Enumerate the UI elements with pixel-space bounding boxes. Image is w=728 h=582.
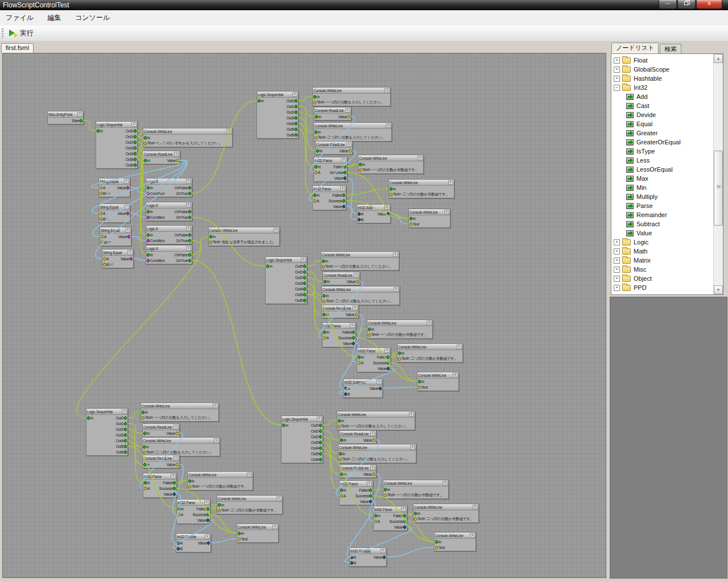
node-pin[interactable] (129, 256, 133, 260)
node-pin[interactable] (294, 127, 298, 131)
node-pin[interactable] (146, 252, 150, 256)
node-menu-button[interactable]: ▼ (442, 481, 448, 485)
graph-node-add[interactable]: Int32.Add▼AValueB (357, 204, 391, 223)
node-pin[interactable] (143, 135, 147, 139)
node-pin[interactable] (146, 191, 150, 195)
node-menu-button[interactable]: ▼ (367, 481, 372, 486)
graph-node-rl_m1[interactable]: Console.ReadLine▼InValue (339, 430, 377, 444)
node-pin[interactable] (175, 462, 179, 466)
scroll-thumb[interactable] (714, 151, 723, 226)
node-pin[interactable] (133, 128, 137, 132)
tree-expander-icon[interactable]: + (614, 285, 620, 291)
restore-button[interactable] (677, 0, 696, 9)
node-menu-button[interactable]: ▼ (346, 142, 351, 147)
tree-item-subtract[interactable]: Subtract (613, 219, 713, 228)
node-menu-button[interactable]: ▼ (171, 474, 176, 479)
node-pin[interactable] (318, 429, 322, 433)
graph-canvas[interactable]: Misc.EntryPoint▼StartLogic.Sequential▼In… (2, 53, 606, 578)
tree-item-add[interactable]: Add (613, 92, 713, 101)
tree-expander-icon[interactable]: + (614, 257, 620, 264)
tree-item-lessorequal[interactable]: LessOrEqual (613, 165, 713, 174)
node-pin[interactable] (314, 135, 318, 139)
node-pin[interactable] (217, 502, 221, 506)
node-pin[interactable] (321, 264, 325, 268)
node-pin[interactable] (99, 191, 103, 195)
node-menu-button[interactable]: ▼ (127, 250, 133, 255)
node-pin[interactable] (294, 110, 298, 114)
node-menu-button[interactable]: ▼ (353, 306, 358, 310)
node-pin[interactable] (303, 281, 307, 285)
graph-node-wl_d1[interactable]: Console.WriteLine▼InText= 一つ目の引数を入力してくださ… (140, 402, 219, 422)
tree-item-parse[interactable]: Parse (613, 201, 713, 210)
run-button[interactable]: 実行 (7, 27, 35, 39)
node-menu-button[interactable]: ▼ (341, 158, 346, 163)
node-pin[interactable] (146, 258, 150, 262)
title-bar[interactable]: FlowScriptControlTest — X (0, 0, 728, 10)
tree-expander-icon[interactable]: + (614, 276, 620, 282)
node-pin[interactable] (318, 446, 322, 450)
node-pin[interactable] (382, 555, 386, 559)
node-pin[interactable] (100, 240, 104, 244)
node-pin[interactable] (322, 293, 326, 297)
node-pin[interactable] (172, 492, 176, 496)
graph-node-wl_invalid[interactable]: Console.WriteLine▼InText= 無効な演算子が指定されました… (208, 227, 280, 246)
tree-item-ppd[interactable]: +PPD (613, 283, 713, 292)
graph-node-wl_mr[interactable]: Console.WriteLine▼InText (434, 532, 476, 551)
node-pin[interactable] (318, 423, 322, 427)
node-pin[interactable] (372, 438, 376, 442)
node-pin[interactable] (344, 392, 348, 396)
node-pin[interactable] (367, 327, 371, 331)
node-pin[interactable] (79, 118, 83, 122)
node-menu-button[interactable]: ▼ (453, 373, 458, 377)
node-menu-button[interactable]: ▼ (380, 548, 386, 553)
node-pin[interactable] (386, 366, 390, 370)
graph-node-wl_d2[interactable]: Console.WriteLine▼InText= 二つ目の引数を入力してくださ… (142, 437, 220, 456)
node-pin[interactable] (102, 256, 106, 260)
tree-item-min[interactable]: Min (613, 183, 713, 192)
node-menu-button[interactable]: ▼ (204, 500, 209, 505)
tree-expander-icon[interactable]: + (614, 76, 620, 82)
node-menu-button[interactable]: ▼ (427, 321, 432, 325)
node-menu-button[interactable]: ▼ (131, 122, 136, 127)
node-menu-button[interactable]: ▼ (186, 226, 191, 231)
graph-node-parse_m1[interactable]: Int32.Parse▼InFailedASuccessValue (339, 480, 373, 505)
node-pin[interactable] (188, 252, 192, 256)
node-pin[interactable] (99, 211, 103, 215)
tree-item-greater[interactable]: Greater (613, 128, 713, 138)
node-pin[interactable] (143, 431, 147, 435)
node-menu-button[interactable]: ▼ (377, 380, 382, 384)
graph-node-rl_m2[interactable]: Console.ReadLine▼InValue (339, 464, 377, 478)
node-menu-button[interactable]: ▼ (370, 465, 375, 470)
node-pin[interactable] (176, 158, 180, 162)
graph-node-rl_d2[interactable]: Console.ReadLine▼InValue (142, 455, 180, 468)
node-menu-button[interactable]: ▼ (409, 412, 414, 417)
tree-item-equal[interactable]: Equal (613, 119, 713, 128)
node-menu-button[interactable]: ▼ (301, 257, 306, 262)
node-pin[interactable] (358, 162, 362, 166)
node-pin[interactable] (386, 211, 390, 215)
minimize-button[interactable]: — (659, 0, 677, 9)
tree-item-int32[interactable]: −Int32 (613, 83, 713, 92)
node-menu-button[interactable]: ▼ (122, 409, 127, 414)
node-pin[interactable] (386, 360, 390, 364)
node-pin[interactable] (99, 185, 103, 189)
node-pin[interactable] (142, 450, 146, 454)
node-pin[interactable] (347, 114, 351, 118)
graph-node-if2[interactable]: Logic.If▼InOnFalseConditionOnTrue (146, 202, 192, 221)
node-menu-button[interactable]: ▼ (174, 152, 179, 156)
graph-node-rl_d1[interactable]: Console.ReadLine▼InValue (142, 423, 180, 437)
node-pin[interactable] (351, 335, 355, 339)
tree-expander-icon[interactable]: + (614, 57, 620, 64)
node-pin[interactable] (294, 104, 298, 108)
graph-node-seq5[interactable]: Logic.Sequential▼InOut0Out1Out2Out3Out4O… (281, 415, 323, 463)
node-pin[interactable] (146, 185, 150, 189)
node-pin[interactable] (351, 341, 355, 345)
node-pin[interactable] (303, 269, 307, 273)
node-pin[interactable] (321, 259, 325, 263)
node-pin[interactable] (343, 164, 347, 168)
node-pin[interactable] (417, 379, 421, 383)
node-pin[interactable] (398, 356, 402, 360)
node-pin[interactable] (303, 292, 307, 296)
graph-node-parse_d1[interactable]: Int32.Parse▼InFailedASuccessValue (143, 473, 177, 498)
node-menu-button[interactable]: ▼ (247, 472, 252, 477)
